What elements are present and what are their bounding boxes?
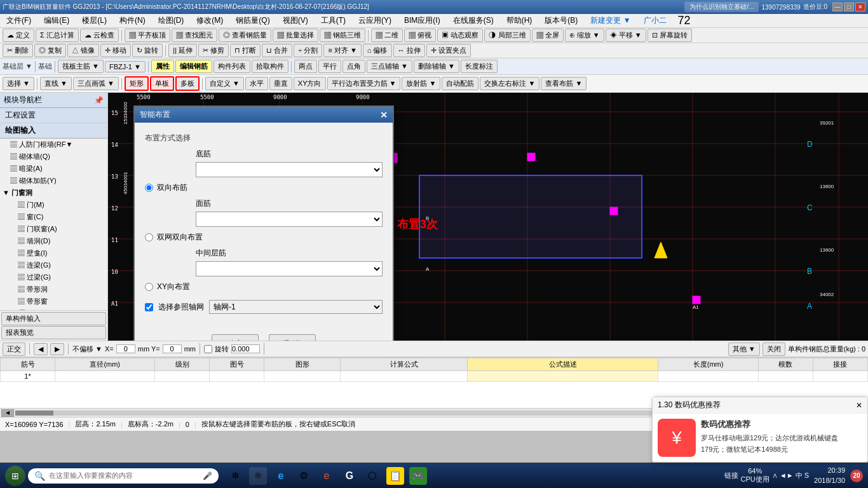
btn-2d[interactable]: ▦ 二维	[371, 29, 403, 42]
axis-checkbox[interactable]	[145, 303, 153, 311]
btn-fullscreen[interactable]: ▦ 全屏	[532, 29, 564, 42]
btn-merge[interactable]: ⊔ 合并	[262, 44, 292, 57]
sidebar-item-hidden-beam[interactable]: ▤ 暗梁(A)	[0, 163, 107, 175]
ad-close-button[interactable]: ✕	[856, 401, 862, 410]
menu-version[interactable]: 版本号(B)	[541, 14, 581, 27]
btn-offset[interactable]: ⌂ 偏移	[363, 44, 392, 57]
sidebar-pin[interactable]: 📌	[94, 96, 104, 105]
menu-help[interactable]: 帮助(H)	[503, 14, 536, 27]
sidebar-item-masonry[interactable]: ▤ 砌体墙(Q)	[0, 151, 107, 163]
btn-find[interactable]: ▦ 查找图元	[172, 29, 217, 42]
menu-file[interactable]: 文件(F)	[3, 14, 35, 27]
btn-length-label[interactable]: 长度标注	[461, 60, 498, 73]
btn-dynamic-view[interactable]: ▣ 动态观察	[437, 29, 483, 42]
btn-cloud-check[interactable]: ☁ 云检查	[80, 29, 119, 42]
sidebar-item-openings[interactable]: ▼ 门窗洞	[0, 187, 107, 199]
btn-define[interactable]: ☁ 定义	[3, 29, 34, 42]
btn-parallel-rebar[interactable]: 平行边布置受力筋 ▼	[327, 77, 401, 90]
btn-grip[interactable]: ✛ 设置夹点	[426, 44, 471, 57]
btn-radial[interactable]: 放射筋 ▼	[402, 77, 440, 90]
taskbar-icon-hex[interactable]: ⬡	[363, 467, 381, 485]
btn-auto-config[interactable]: 自动配筋	[442, 77, 478, 90]
radio-bidirectional-input[interactable]	[145, 184, 153, 192]
sidebar-item-lintel[interactable]: ▤ 过梁(G)	[0, 271, 107, 283]
btn-three-point[interactable]: 三点辅轴 ▼	[367, 60, 412, 73]
radio-xy[interactable]: XY向布置	[145, 281, 383, 292]
scroll-left[interactable]: ◀	[1, 409, 14, 417]
btn-line[interactable]: 直线 ▼	[40, 77, 72, 90]
x-input[interactable]	[116, 344, 135, 353]
notification-badge[interactable]: 20	[850, 470, 863, 482]
btn-swap-lr[interactable]: 交换左右标注 ▼	[480, 77, 539, 90]
btn-batch-select[interactable]: ▦ 批量选择	[273, 29, 318, 42]
btn-xy-dir[interactable]: XY方向	[294, 77, 326, 90]
minimize-button[interactable]: —	[832, 3, 843, 11]
btn-zoom[interactable]: ⊕ 缩放 ▼	[565, 29, 604, 42]
btn-other[interactable]: 其他 ▼	[728, 342, 760, 356]
menu-view[interactable]: 视图(V)	[279, 14, 312, 27]
menu-draw[interactable]: 绘图(D)	[154, 14, 188, 27]
taskbar-icon-game[interactable]: 🎮	[409, 467, 427, 485]
dialog-ok-button[interactable]: 确定	[212, 334, 259, 341]
btn-trim[interactable]: ✂ 修剪	[198, 44, 229, 57]
taskbar-icon-settings[interactable]: ⚙	[295, 467, 313, 485]
btn-point-angle[interactable]: 点角	[342, 60, 365, 73]
menu-edit[interactable]: 编辑(E)	[40, 14, 73, 27]
btn-rotate[interactable]: ⊡ 屏幕旋转	[648, 29, 692, 42]
search-box-top[interactable]: 为什么识别独立基础/...	[684, 2, 759, 12]
btn-two-point[interactable]: 两点	[294, 60, 317, 73]
taskbar-icon-ie2[interactable]: e	[318, 467, 336, 485]
taskbar-icon-g[interactable]: G	[341, 467, 358, 485]
menu-rebar[interactable]: 钢筋量(Q)	[232, 14, 273, 27]
btn-mirror[interactable]: △ 镜像	[67, 44, 99, 57]
menu-new-change[interactable]: 新建变更 ▼	[587, 14, 634, 27]
btn-comp-type[interactable]: 筏板主筋 ▼	[58, 60, 104, 73]
btn-select[interactable]: 选择 ▼	[3, 77, 34, 90]
sidebar-item-window[interactable]: ▤ 窗(C)	[0, 211, 107, 223]
btn-local-3d[interactable]: ◑ 局部三维	[484, 29, 530, 42]
close-button[interactable]: ✕	[855, 3, 865, 11]
nav-draw[interactable]: 绘图输入	[0, 123, 107, 138]
sidebar-item-strip-hole[interactable]: ▤ 带形洞	[0, 283, 107, 295]
btn-comp-id[interactable]: FBZJ-1 ▼	[105, 61, 146, 72]
taskbar-icon-yellow[interactable]: 📋	[386, 467, 404, 485]
btn-nav-next[interactable]: ▶	[50, 343, 64, 355]
taskbar-icon-network[interactable]: ⚛	[249, 467, 267, 485]
y-input[interactable]	[163, 344, 182, 353]
sidebar-item-wall-hole[interactable]: ▤ 墙洞(D)	[0, 235, 107, 247]
taskbar-icon-ie[interactable]: e	[272, 467, 290, 485]
sidebar-item-niche[interactable]: ▤ 壁龛(I)	[0, 247, 107, 259]
rotate-checkbox[interactable]	[204, 345, 212, 353]
sidebar-item-door-window[interactable]: ▤ 门联窗(A)	[0, 223, 107, 235]
scroll-thumb[interactable]	[15, 410, 53, 416]
btn-report[interactable]: 报表预览	[1, 326, 106, 339]
btn-edit-rebar[interactable]: 编辑钢筋	[175, 60, 212, 73]
btn-ortho[interactable]: 正交	[3, 342, 25, 356]
btn-pan[interactable]: ◈ 平移 ▼	[606, 29, 646, 42]
btn-stretch[interactable]: ↔ 拉伸	[393, 44, 425, 57]
sidebar-item-strip-window[interactable]: ▤ 带形窗	[0, 295, 107, 308]
canvas-area[interactable]: 5500 5500 9000 9000 15 14 13 12 11 10 A1…	[108, 93, 868, 341]
middle-rebar-select[interactable]	[196, 261, 383, 276]
menu-cloud[interactable]: 云应用(Y)	[355, 14, 395, 27]
btn-parallel[interactable]: 平行	[318, 60, 341, 73]
btn-single-comp[interactable]: 单构件输入	[1, 312, 106, 325]
btn-nav-prev[interactable]: ◀	[34, 343, 48, 355]
btn-extend[interactable]: || 延伸	[168, 44, 197, 57]
btn-align[interactable]: ≡ 对齐 ▼	[323, 44, 361, 57]
face-rebar-select[interactable]	[196, 212, 383, 227]
btn-break[interactable]: ⊓ 打断	[230, 44, 261, 57]
btn-custom[interactable]: 自定义 ▼	[205, 77, 244, 90]
nav-engineering[interactable]: 工程设置	[0, 108, 107, 123]
btn-view-rebar[interactable]: ◎ 查看钢筋量	[219, 29, 271, 42]
radio-dual-net-input[interactable]	[145, 233, 153, 241]
btn-multi-slab[interactable]: 多板	[175, 76, 200, 91]
menu-modify[interactable]: 修改(M)	[193, 14, 227, 27]
btn-view-rebar2[interactable]: 查看布筋 ▼	[541, 77, 587, 90]
sidebar-item-coupling-beam[interactable]: ▤ 连梁(G)	[0, 259, 107, 271]
btn-copy[interactable]: ◎ 复制	[34, 44, 66, 57]
sidebar-item-masonry-rebar[interactable]: ▤ 砌体加筋(Y)	[0, 175, 107, 187]
menu-bim[interactable]: BIM应用(I)	[400, 14, 444, 27]
btn-vertical[interactable]: 垂直	[269, 77, 292, 90]
rotate-input[interactable]	[231, 344, 260, 353]
